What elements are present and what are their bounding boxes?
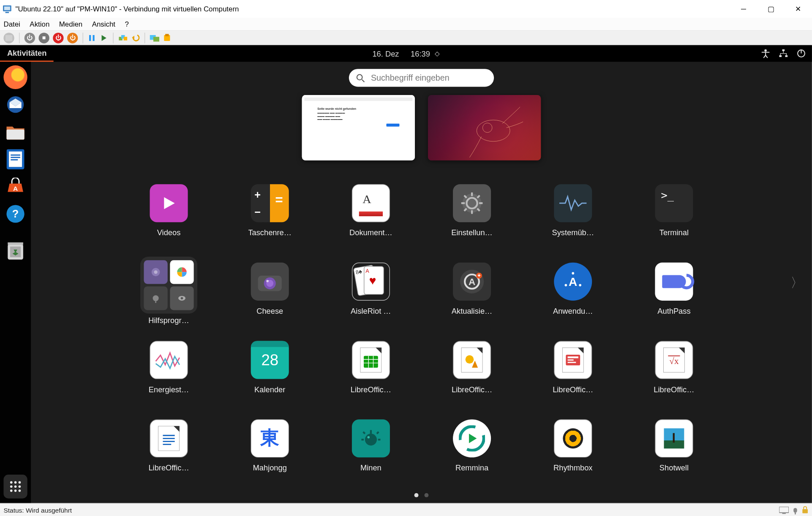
start-button[interactable]: ⏻ (25, 33, 35, 43)
host-window: "Ubuntu 22.10" auf "PM-WIN10" - Verbindu… (0, 0, 812, 516)
app-settings[interactable]: Einstellun… (425, 181, 520, 259)
clock[interactable]: 16. Dez 16:39 ◇ (372, 49, 439, 58)
svg-rect-4 (89, 35, 91, 41)
workspace-switcher: Seite wurde nicht gefunden▬▬▬▬▬ ▬▬ ▬▬▬▬▬… (302, 95, 541, 160)
svg-marker-47 (164, 197, 174, 209)
app-cheese[interactable]: Cheese (222, 259, 317, 337)
app-calendar[interactable]: 28 Kalender (222, 337, 317, 416)
svg-point-35 (14, 481, 17, 484)
date-label: 16. Dez (372, 49, 399, 58)
app-label: LibreOffic… (553, 385, 593, 394)
svg-point-40 (10, 489, 13, 492)
app-label: Kalender (254, 385, 285, 394)
maximize-button[interactable]: ▢ (757, 0, 785, 18)
dock-firefox[interactable] (3, 65, 27, 89)
app-remmina[interactable]: Remmina (425, 416, 520, 494)
close-button[interactable]: ✕ (785, 0, 812, 18)
app-system-monitor[interactable]: Systemüb… (526, 181, 621, 259)
workspace-1[interactable]: Seite wurde nicht gefunden▬▬▬▬▬ ▬▬ ▬▬▬▬▬… (302, 95, 415, 160)
app-calculator[interactable]: + − = Taschenre… (222, 181, 317, 259)
app-power-statistics[interactable]: Energiest… (121, 337, 216, 416)
app-libreoffice-writer[interactable]: LibreOffic… (121, 416, 216, 494)
page-dot-2[interactable] (425, 493, 429, 497)
svg-line-44 (362, 79, 365, 82)
svg-point-104 (365, 434, 377, 445)
reset-button[interactable] (100, 33, 108, 42)
menu-datei[interactable]: Datei (3, 20, 20, 28)
dock-trash[interactable] (3, 239, 27, 263)
app-videos[interactable]: Videos (121, 181, 216, 259)
app-label: Minen (360, 463, 381, 472)
activities-button[interactable]: Aktivitäten (0, 45, 54, 62)
svg-point-36 (19, 481, 21, 484)
app-label: LibreOffic… (351, 385, 391, 394)
speaker-icon[interactable] (792, 506, 798, 514)
search-icon (356, 73, 365, 82)
svg-point-39 (19, 485, 21, 488)
app-libreoffice-impress[interactable]: LibreOffic… (526, 337, 621, 416)
svg-text:?: ? (12, 208, 19, 220)
app-libreoffice-draw[interactable]: LibreOffic… (425, 337, 520, 416)
workspace-2[interactable] (428, 95, 541, 160)
enhanced-session-button[interactable] (150, 33, 160, 42)
app-label: Energiest… (149, 385, 189, 394)
app-mahjongg[interactable]: 東 Mahjongg (222, 416, 317, 494)
next-page-button[interactable]: 〉 (790, 274, 804, 291)
svg-rect-92 (568, 359, 574, 361)
app-libreoffice-math[interactable]: √x LibreOffic… (627, 337, 722, 416)
accessibility-icon[interactable] (761, 49, 771, 58)
checkpoint-button[interactable] (118, 33, 128, 42)
turnoff-button[interactable]: ■ (38, 33, 49, 43)
search-bar[interactable] (349, 69, 494, 87)
svg-point-63 (181, 297, 183, 299)
svg-line-109 (377, 432, 379, 434)
menu-help[interactable]: ? (125, 20, 129, 28)
dock-software[interactable]: A (3, 175, 27, 198)
dock-help[interactable]: ? (3, 202, 27, 225)
display-config-icon[interactable] (779, 506, 789, 513)
app-libreoffice-calc[interactable]: LibreOffic… (323, 337, 418, 416)
dock-writer[interactable] (3, 147, 27, 171)
app-terminal[interactable]: >_ Terminal (627, 181, 722, 259)
save-button[interactable]: ⏻ (67, 33, 78, 43)
search-input[interactable] (370, 73, 487, 83)
power-icon[interactable] (796, 49, 806, 58)
minimize-button[interactable]: ─ (730, 0, 758, 18)
time-label: 16:39 (411, 49, 430, 58)
app-label: Mahjongg (253, 463, 287, 472)
app-utilities-folder[interactable]: Hilfsprogr… (121, 259, 216, 337)
app-authpass[interactable]: AuthPass (627, 259, 722, 337)
notification-icon: ◇ (435, 49, 439, 57)
app-document-scanner[interactable]: A Dokument… (323, 181, 418, 259)
lock-icon[interactable] (802, 506, 808, 514)
host-title: "Ubuntu 22.10" auf "PM-WIN10" - Verbindu… (16, 5, 239, 13)
page-dot-1[interactable] (414, 493, 419, 497)
app-aisleriot[interactable]: 8♣ A♥ AisleRiot … (323, 259, 418, 337)
calendar-day: 28 (261, 351, 278, 369)
share-button[interactable] (163, 33, 171, 42)
app-shotwell[interactable]: Shotwell (627, 416, 722, 494)
menu-ansicht[interactable]: Ansicht (92, 20, 115, 28)
revert-button[interactable] (131, 33, 140, 42)
vm-display: Aktivitäten 16. Dez 16:39 ◇ (0, 45, 812, 503)
svg-rect-22 (6, 130, 24, 140)
show-apps-button[interactable] (3, 475, 27, 498)
app-updater[interactable]: A Aktualisie… (425, 259, 520, 337)
menu-aktion[interactable]: Aktion (30, 20, 49, 28)
overview: Seite wurde nicht gefunden▬▬▬▬▬ ▬▬ ▬▬▬▬▬… (31, 62, 812, 503)
svg-rect-1 (4, 6, 10, 10)
dock-files[interactable] (3, 120, 27, 144)
app-mines[interactable]: Minen (323, 416, 418, 494)
gnome-topbar: Aktivitäten 16. Dez 16:39 ◇ (0, 45, 812, 62)
shutdown-button[interactable]: ⏻ (53, 33, 63, 43)
svg-rect-18 (785, 55, 788, 57)
app-label: Terminal (659, 228, 689, 237)
ctrl-alt-del-button[interactable] (3, 33, 14, 43)
app-rhythmbox[interactable]: Rhythmbox (526, 416, 621, 494)
pause-button[interactable] (88, 33, 96, 42)
menu-medien[interactable]: Medien (59, 20, 82, 28)
dock-thunderbird[interactable] (3, 92, 27, 116)
app-software[interactable]: A Anwendu… (526, 259, 621, 337)
network-icon[interactable] (779, 49, 788, 58)
folder-icon (140, 257, 197, 314)
